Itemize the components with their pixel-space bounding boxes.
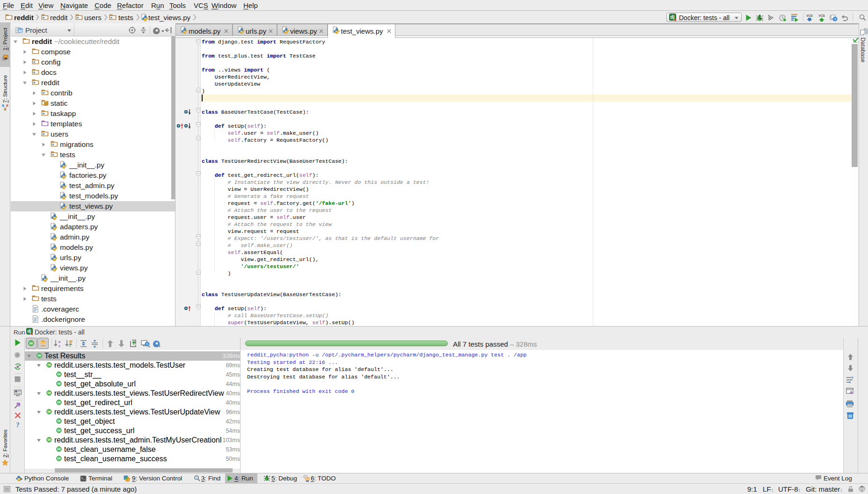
svg-text:OK: OK [47, 392, 51, 394]
svg-text:dj: dj [671, 15, 675, 20]
svg-text:OK: OK [57, 373, 61, 376]
svg-text:OK: OK [47, 410, 51, 413]
svg-text:OK: OK [57, 448, 61, 450]
svg-text:OK: OK [57, 457, 61, 460]
svg-text:a: a [58, 340, 61, 344]
svg-text:OK: OK [47, 438, 51, 441]
svg-text:OK: OK [37, 354, 41, 357]
svg-text:VCS: VCS [806, 14, 813, 17]
svg-text:dj: dj [28, 329, 31, 334]
svg-text:OK: OK [29, 342, 33, 345]
svg-text:VCS: VCS [818, 14, 825, 17]
svg-text:OK: OK [57, 401, 61, 404]
svg-text:?: ? [16, 421, 20, 428]
svg-text:OK: OK [57, 429, 61, 432]
svg-text:OK: OK [57, 382, 61, 385]
svg-text:OK: OK [57, 420, 61, 422]
svg-text:z: z [58, 344, 60, 348]
svg-text:OK: OK [47, 363, 51, 366]
